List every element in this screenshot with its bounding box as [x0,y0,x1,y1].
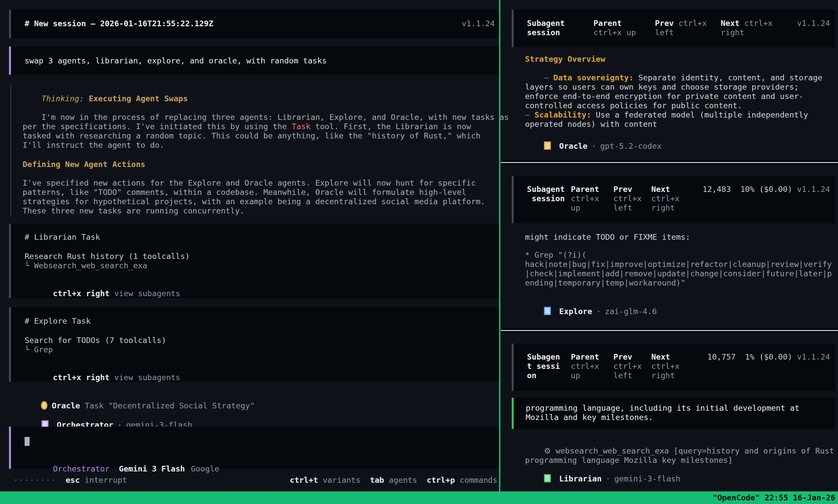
thinking-paragraph-2: I've specified new actions for the Explo… [22,178,485,215]
keycap-ctrl-t: ctrl+t [290,475,318,485]
librarian-prompt-box: programming language, including its init… [512,398,835,429]
session-title: # New session – 2026-01-16T21:55:22.129Z [24,19,213,28]
explore-task-tool: └ Grep [24,345,53,354]
librarian-task-tool: └ Websearch_web_search_exa [24,261,147,270]
dot-separator: · [591,141,596,151]
librarian-square-icon [544,474,551,482]
keycap-tab: tab [370,475,384,485]
subagent1-header-box: Subagent session Parent ctrl+x up Prev c… [512,10,835,47]
tmux-horizontal-border-2[interactable] [501,330,838,331]
librarian-subagent-row: Librarian·gemini-3-flash [525,465,681,493]
subagent3-parent-hint: Parent ctrl+x up [571,352,611,380]
tmux-status-bar: [slim]1:bash#-2:opencode* "OpenCode" 22:… [0,491,838,504]
oracle-circle-icon [41,401,48,410]
subagent2-prev-hint: Prev ctrl+x left [613,185,650,213]
session-header-box: # New session – 2026-01-16T21:55:22.129Z… [9,10,500,38]
strategy-bullets: – Data sovereignty: Separate identity, c… [525,64,822,138]
dot-separator: · [606,474,610,483]
subagent2-next-hint: Next ctrl+x right [651,185,688,213]
oracle-subagent-row: Oracle·gpt-5.2-codex [525,132,662,160]
thinking-heading-1: Executing Agent Swaps [89,94,188,103]
explore-task-title: # Explore Task [24,317,91,326]
thinking-rule [10,84,11,216]
librarian-task-summary: Research Rust history (1 toolcalls) [24,252,190,261]
subagent1-prev-hint: Prev ctrl+x left [655,19,720,37]
keycap-ctrl-x-right: ctrl+x right [53,373,109,382]
input-provider-name: Google [191,464,219,473]
gear-icon: ⚙ [544,446,551,455]
subagent3-prev-hint: Prev ctrl+x left [613,352,650,380]
version-label: v1.1.24 [462,19,495,28]
grep-toolcall-block: * Grep "(?i)( hack|note|bug|fix|improve|… [525,250,832,288]
subagent1-title: Subagent session [527,19,590,37]
subagent3-title: Subagen t sessi on [527,352,567,380]
librarian-task-box: # Librarian Task Research Rust history (… [9,224,500,298]
keycap-ctrl-x-right: ctrl+x right [53,289,109,298]
subagent2-header-box: Subagent session Parent ctrl+x up Prev c… [512,176,835,223]
explore-task-summary: Search for TODOs (7 toolcalls) [24,336,166,345]
librarian-prompt-text: programming language, including its init… [526,403,800,422]
text-cursor [24,437,30,446]
explore-output-line: might indicate TODO or FIXME items: [525,232,690,242]
tmux-clock: "OpenCode" 22:55 16-Jan-26 [713,491,835,504]
explore-task-box: # Explore Task Search for TODOs (7 toolc… [9,307,500,382]
bullet-label-1: Data sovereignty: [548,73,634,82]
thinking-heading-2: Defining New Agent Actions [22,160,145,169]
subagent3-stats: 10,757 1% ($0.00) v1.1.24 [708,352,830,362]
keycap-ctrl-p: ctrl+p [426,475,455,485]
prompt-input-box[interactable]: OrchestratorGemini 3 FlashGoogle [9,427,500,469]
explore-square-icon [544,307,551,315]
oracle-task-label: Task "Decentralized Social Strategy" [85,401,255,410]
subagent2-parent-hint: Parent ctrl+x up [571,185,611,213]
strategy-overview-heading: Strategy Overview [525,54,605,64]
task-tool-ref: Task [292,122,311,131]
oracle-square-icon [544,141,551,150]
keycap-esc: esc [66,475,80,485]
thinking-paragraph-1: I'm now in the process of replacing thre… [22,103,509,159]
bullet-dash-1: – [544,73,548,82]
user-message-text: swap 3 agents, librarian, explore, and o… [24,56,327,66]
thinking-label: Thinking: [41,94,89,103]
subagent2-title: Subagent session [527,185,569,203]
bullet-label-2: Scalability: [530,110,591,120]
user-message-box: swap 3 agents, librarian, explore, and o… [9,47,500,75]
tmux-vertical-border[interactable] [499,0,501,491]
subagent3-header-box: Subagen t sessi on Parent ctrl+x up Prev… [512,344,835,391]
terminal-screen: # New session – 2026-01-16T21:55:22.129Z… [0,0,838,504]
librarian-task-title: # Librarian Task [24,232,100,242]
statusline-left: ········esc interrupt [13,475,127,485]
input-model-name: Gemini 3 Flash [119,464,185,473]
input-agent-name: Orchestrator [53,464,109,473]
statusline-right: ctrl+t variants tab agents ctrl+p comman… [290,475,497,485]
explore-task-keyhint: ctrl+x right view subagents [24,363,180,392]
spinner-dots: ········ [13,475,56,485]
subagent1-next-hint: Next ctrl+x right [721,19,786,37]
tmux-horizontal-border-1[interactable] [501,162,838,163]
dot-separator: · [596,307,601,316]
statusline: ········esc interrupt ctrl+t variants ta… [13,475,497,485]
subagent1-version: v1.1.24 [797,19,830,28]
subagent2-stats: 12,483 10% ($0.00) v1.1.24 [702,185,830,194]
oracle-agent-name: Oracle [52,401,80,410]
subagent3-next-hint: Next ctrl+x right [651,352,688,380]
explore-subagent-row: Explore·zai-glm-4.6 [525,298,657,325]
bullet-dash-2: – [525,110,530,120]
librarian-task-keyhint: ctrl+x right view subagents [24,280,180,307]
subagent1-parent-hint: Parent ctrl+x up [593,19,653,37]
